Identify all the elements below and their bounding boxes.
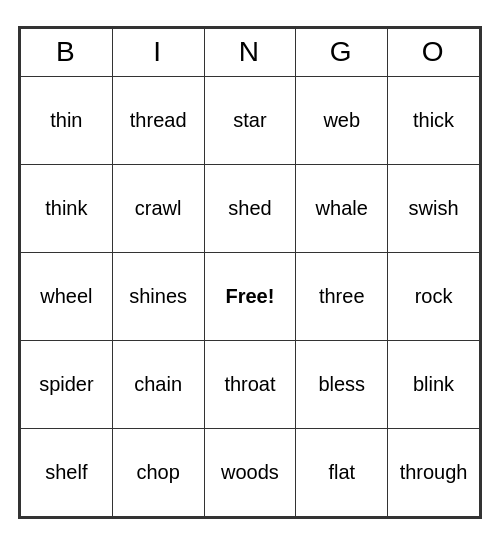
table-row: thinthreadstarwebthick bbox=[21, 76, 480, 164]
cell-r0-c1: thread bbox=[112, 76, 204, 164]
cell-r1-c0: think bbox=[21, 164, 113, 252]
table-row: thinkcrawlshedwhaleswish bbox=[21, 164, 480, 252]
cell-r4-c3: flat bbox=[296, 428, 388, 516]
cell-r2-c4: rock bbox=[388, 252, 480, 340]
header-cell-o: O bbox=[388, 28, 480, 76]
cell-r4-c1: chop bbox=[112, 428, 204, 516]
cell-r1-c1: crawl bbox=[112, 164, 204, 252]
cell-r3-c4: blink bbox=[388, 340, 480, 428]
cell-r1-c2: shed bbox=[204, 164, 296, 252]
cell-r4-c2: woods bbox=[204, 428, 296, 516]
header-row: BINGO bbox=[21, 28, 480, 76]
cell-r3-c3: bless bbox=[296, 340, 388, 428]
cell-r3-c2: throat bbox=[204, 340, 296, 428]
cell-r4-c4: through bbox=[388, 428, 480, 516]
cell-r0-c2: star bbox=[204, 76, 296, 164]
bingo-card: BINGO thinthreadstarwebthickthinkcrawlsh… bbox=[18, 26, 482, 519]
header-cell-i: I bbox=[112, 28, 204, 76]
header-cell-n: N bbox=[204, 28, 296, 76]
cell-r2-c1: shines bbox=[112, 252, 204, 340]
bingo-table: BINGO thinthreadstarwebthickthinkcrawlsh… bbox=[20, 28, 480, 517]
cell-r0-c0: thin bbox=[21, 76, 113, 164]
cell-r2-c0: wheel bbox=[21, 252, 113, 340]
table-row: wheelshinesFree!threerock bbox=[21, 252, 480, 340]
cell-r2-c3: three bbox=[296, 252, 388, 340]
cell-r1-c4: swish bbox=[388, 164, 480, 252]
header-cell-b: B bbox=[21, 28, 113, 76]
cell-r3-c1: chain bbox=[112, 340, 204, 428]
cell-r0-c4: thick bbox=[388, 76, 480, 164]
table-row: shelfchopwoodsflatthrough bbox=[21, 428, 480, 516]
cell-r4-c0: shelf bbox=[21, 428, 113, 516]
cell-r0-c3: web bbox=[296, 76, 388, 164]
cell-r3-c0: spider bbox=[21, 340, 113, 428]
header-cell-g: G bbox=[296, 28, 388, 76]
cell-r1-c3: whale bbox=[296, 164, 388, 252]
cell-r2-c2: Free! bbox=[204, 252, 296, 340]
table-row: spiderchainthroatblessblink bbox=[21, 340, 480, 428]
